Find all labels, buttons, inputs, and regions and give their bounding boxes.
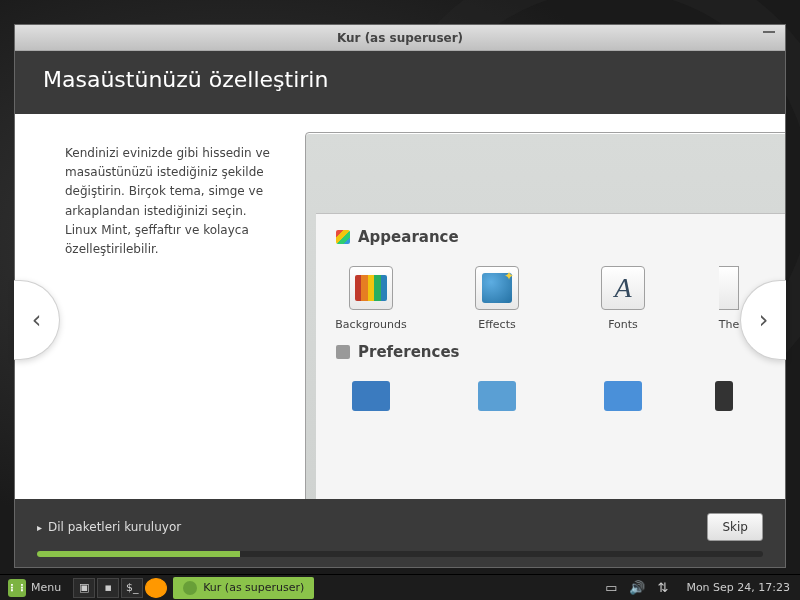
installer-window: Kur (as superuser) Masaüstünüzü özelleşt…	[14, 24, 786, 568]
preferences-icon	[336, 345, 350, 359]
files-icon[interactable]: ▪	[97, 578, 119, 598]
install-status[interactable]: Dil paketleri kuruluyor	[37, 520, 181, 534]
skip-button[interactable]: Skip	[707, 513, 763, 541]
slide-header: Masaüstünüzü özelleştirin	[15, 51, 785, 114]
slide-area: Kendinizi evinizde gibi hissedin ve masa…	[15, 114, 785, 499]
show-desktop-icon[interactable]: ▣	[73, 578, 95, 598]
backgrounds-item: Backgrounds	[336, 266, 406, 331]
system-tray: ▭ 🔊 ⇅ Mon Sep 24, 17:23	[605, 580, 800, 595]
appearance-section-header: Appearance	[336, 228, 785, 246]
effects-item: Effects	[462, 266, 532, 331]
volume-icon[interactable]: 🔊	[629, 580, 645, 595]
settings-preview-window: Appearance Backgrounds Effects A	[305, 132, 785, 499]
installer-footer: Dil paketleri kuruluyor Skip	[15, 499, 785, 567]
slide-title: Masaüstünüzü özelleştirin	[43, 67, 757, 92]
fonts-item: A Fonts	[588, 266, 658, 331]
task-app-icon	[183, 581, 197, 595]
pref-icon-1	[352, 381, 390, 411]
backgrounds-icon	[355, 275, 387, 301]
appearance-icon	[336, 230, 350, 244]
preferences-section-header: Preferences	[336, 343, 785, 361]
minimize-icon[interactable]	[763, 31, 775, 33]
slide-description: Kendinizi evinizde gibi hissedin ve masa…	[15, 114, 305, 499]
terminal-icon[interactable]: $_	[121, 578, 143, 598]
pref-icon-2	[478, 381, 516, 411]
progress-fill	[37, 551, 240, 557]
pref-icon-3	[604, 381, 642, 411]
taskbar-active-window[interactable]: Kur (as superuser)	[173, 577, 314, 599]
menu-button[interactable]: ⋮⋮ Menu	[0, 575, 69, 600]
display-icon[interactable]: ▭	[605, 580, 617, 595]
slide-preview: Appearance Backgrounds Effects A	[305, 114, 785, 499]
mint-logo-icon: ⋮⋮	[8, 579, 26, 597]
window-title: Kur (as superuser)	[337, 31, 463, 45]
network-icon[interactable]: ⇅	[657, 580, 668, 595]
pref-icon-4	[715, 381, 733, 411]
fonts-icon: A	[614, 272, 631, 304]
clock[interactable]: Mon Sep 24, 17:23	[680, 581, 790, 594]
progress-bar	[37, 551, 763, 557]
taskbar: ⋮⋮ Menu ▣ ▪ $_ Kur (as superuser) ▭ 🔊 ⇅ …	[0, 574, 800, 600]
effects-icon	[482, 273, 512, 303]
firefox-icon[interactable]	[145, 578, 167, 598]
titlebar[interactable]: Kur (as superuser)	[15, 25, 785, 51]
